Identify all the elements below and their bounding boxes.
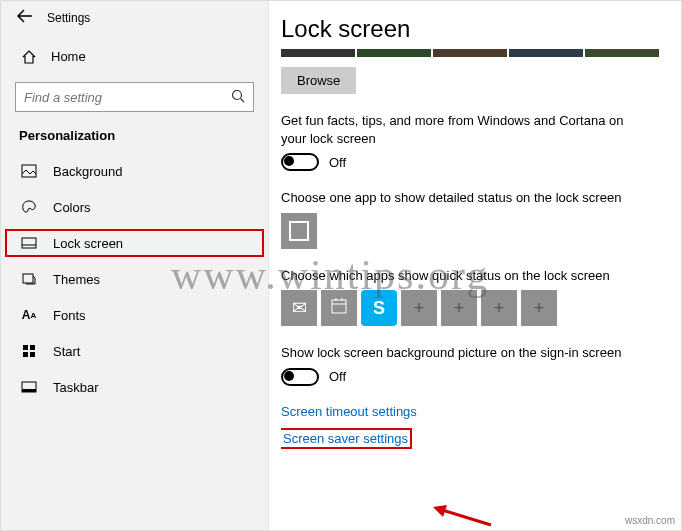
quick-app-calendar[interactable]: [321, 290, 357, 326]
nav-label: Taskbar: [53, 380, 99, 395]
thumb-4[interactable]: [509, 49, 583, 57]
thumb-3[interactable]: [433, 49, 507, 57]
browse-button[interactable]: Browse: [281, 67, 356, 94]
svg-rect-2: [22, 165, 36, 177]
home-icon: [21, 50, 37, 64]
nav-lock-screen[interactable]: Lock screen: [1, 225, 268, 261]
nav-background[interactable]: Background: [1, 153, 268, 189]
nav-label: Lock screen: [53, 236, 123, 251]
search-box[interactable]: [15, 82, 254, 112]
plus-icon: +: [534, 298, 545, 319]
quick-app-add-3[interactable]: +: [481, 290, 517, 326]
quick-app-add-1[interactable]: +: [401, 290, 437, 326]
nav-fonts[interactable]: AA Fonts: [1, 297, 268, 333]
palette-icon: [21, 199, 37, 215]
svg-rect-7: [30, 345, 35, 350]
skype-icon: S: [373, 298, 385, 319]
credit-text: wsxdn.com: [625, 515, 675, 526]
category-title: Personalization: [1, 126, 268, 153]
fun-facts-toggle[interactable]: [281, 153, 319, 171]
taskbar-icon: [21, 379, 37, 395]
signin-bg-state: Off: [329, 369, 346, 384]
svg-point-0: [233, 90, 242, 99]
search-input[interactable]: [24, 90, 231, 105]
detail-status-app-tile[interactable]: [281, 213, 317, 249]
nav-themes[interactable]: Themes: [1, 261, 268, 297]
svg-rect-5: [23, 274, 33, 283]
nav-home[interactable]: Home: [1, 41, 268, 72]
nav-label: Background: [53, 164, 122, 179]
signin-bg-label: Show lock screen background picture on t…: [281, 344, 651, 362]
signin-bg-toggle[interactable]: [281, 368, 319, 386]
svg-line-1: [241, 98, 245, 102]
screen-timeout-link[interactable]: Screen timeout settings: [281, 404, 661, 419]
quick-app-add-2[interactable]: +: [441, 290, 477, 326]
nav-taskbar[interactable]: Taskbar: [1, 369, 268, 405]
mail-icon: ✉: [292, 297, 307, 319]
svg-rect-6: [23, 345, 28, 350]
screen-saver-link[interactable]: Screen saver settings: [281, 430, 410, 447]
nav-label: Fonts: [53, 308, 86, 323]
detail-status-label: Choose one app to show detailed status o…: [281, 189, 651, 207]
quick-app-skype[interactable]: S: [361, 290, 397, 326]
app-title: Settings: [47, 11, 90, 25]
plus-icon: +: [414, 298, 425, 319]
fun-facts-label: Get fun facts, tips, and more from Windo…: [281, 112, 651, 147]
nav-label: Themes: [53, 272, 100, 287]
background-thumbnails[interactable]: [281, 49, 661, 57]
svg-rect-9: [30, 352, 35, 357]
quick-app-mail[interactable]: ✉: [281, 290, 317, 326]
page-title: Lock screen: [281, 15, 661, 43]
nav-label: Colors: [53, 200, 91, 215]
nav-colors[interactable]: Colors: [1, 189, 268, 225]
calendar-icon: [330, 297, 348, 320]
fonts-icon: AA: [21, 307, 37, 323]
svg-rect-8: [23, 352, 28, 357]
fun-facts-state: Off: [329, 155, 346, 170]
thumb-5[interactable]: [585, 49, 659, 57]
quick-app-add-4[interactable]: +: [521, 290, 557, 326]
nav-label: Start: [53, 344, 80, 359]
thumb-1[interactable]: [281, 49, 355, 57]
themes-icon: [21, 271, 37, 287]
lockscreen-icon: [21, 235, 37, 251]
quick-status-label: Choose which apps show quick status on t…: [281, 267, 651, 285]
picture-icon: [21, 163, 37, 179]
nav-start[interactable]: Start: [1, 333, 268, 369]
thumb-2[interactable]: [357, 49, 431, 57]
home-label: Home: [51, 49, 86, 64]
svg-rect-12: [332, 300, 346, 313]
svg-rect-11: [22, 389, 36, 392]
search-icon: [231, 89, 245, 106]
svg-rect-3: [22, 238, 36, 248]
plus-icon: +: [454, 298, 465, 319]
back-button[interactable]: [17, 9, 33, 27]
start-icon: [21, 343, 37, 359]
plus-icon: +: [494, 298, 505, 319]
